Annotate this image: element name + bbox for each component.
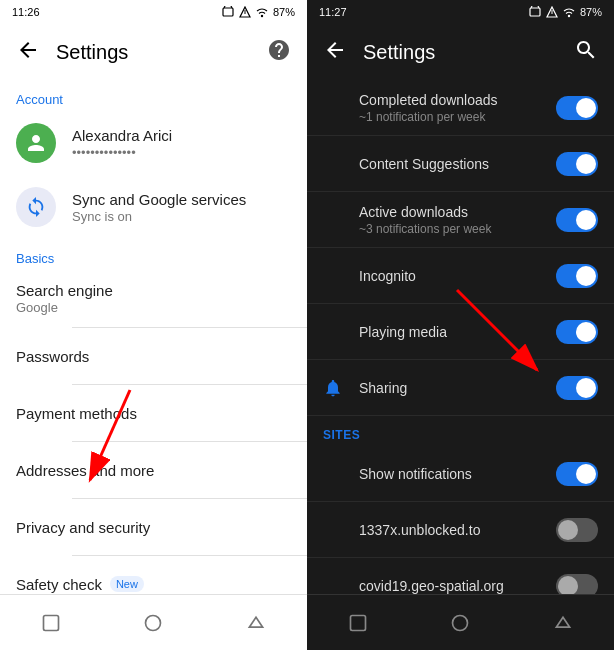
sync-title: Sync and Google services	[72, 191, 291, 208]
completed-downloads-text: Completed downloads ~1 notification per …	[359, 92, 556, 124]
sync-subtitle: Sync is on	[72, 209, 291, 224]
wifi-icon	[255, 6, 269, 18]
triangle-nav-icon-right[interactable]	[551, 611, 575, 635]
active-downloads-text: Active downloads ~3 notifications per we…	[359, 204, 556, 236]
svg-point-17	[453, 615, 468, 630]
safety-text: Safety check New	[16, 576, 291, 593]
addresses-text: Addresses and more	[16, 462, 291, 479]
passwords-item[interactable]: Passwords	[0, 328, 307, 384]
sharing-toggle[interactable]	[556, 376, 598, 400]
incognito-text: Incognito	[359, 268, 556, 284]
completed-downloads-toggle[interactable]	[556, 96, 598, 120]
completed-downloads-subtitle: ~1 notification per week	[359, 110, 556, 124]
top-bar-left: Settings	[0, 24, 307, 80]
account-text: Alexandra Arici ••••••••••••••	[72, 127, 291, 160]
privacy-title: Privacy and security	[16, 519, 291, 536]
right-panel: 11:27 87% Settings Completed downloads ~…	[307, 0, 614, 650]
safety-title: Safety check	[16, 576, 102, 593]
status-time-left: 11:26	[12, 6, 40, 18]
content-suggestions-text: Content Suggestions	[359, 156, 556, 172]
sharing-text: Sharing	[359, 380, 556, 396]
content-suggestions-toggle[interactable]	[556, 152, 598, 176]
show-notifications-toggle[interactable]	[556, 462, 598, 486]
basics-section-label: Basics	[0, 239, 307, 270]
privacy-item[interactable]: Privacy and security	[0, 499, 307, 555]
sync-item[interactable]: Sync and Google services Sync is on	[0, 175, 307, 239]
show-notifications-text: Show notifications	[359, 466, 556, 482]
completed-downloads-item[interactable]: Completed downloads ~1 notification per …	[307, 80, 614, 136]
search-engine-item[interactable]: Search engine Google	[0, 270, 307, 327]
sharing-item[interactable]: Sharing	[307, 360, 614, 416]
addresses-item[interactable]: Addresses and more	[0, 442, 307, 498]
bottom-nav-left	[0, 594, 307, 650]
addresses-title: Addresses and more	[16, 462, 291, 479]
help-button[interactable]	[267, 38, 291, 66]
safety-item[interactable]: Safety check New	[0, 556, 307, 594]
playing-media-text: Playing media	[359, 324, 556, 340]
status-time-right: 11:27	[319, 6, 347, 18]
circle-nav-icon-right[interactable]	[448, 611, 472, 635]
page-title-right: Settings	[363, 41, 558, 64]
alarm-icon	[221, 6, 235, 18]
triangle-nav-icon[interactable]	[244, 611, 268, 635]
site-covid19-toggle[interactable]	[556, 574, 598, 595]
battery-right: 87%	[580, 6, 602, 18]
svg-rect-10	[530, 8, 540, 16]
sites-section-label: SITES	[307, 416, 614, 446]
active-downloads-toggle[interactable]	[556, 208, 598, 232]
sharing-icon-area	[323, 378, 359, 398]
wifi-icon-r	[562, 6, 576, 18]
content-suggestions-title: Content Suggestions	[359, 156, 556, 172]
payment-item[interactable]: Payment methods	[0, 385, 307, 441]
svg-point-5	[261, 15, 263, 17]
site-covid19-item[interactable]: covid19.geo-spatial.org	[307, 558, 614, 594]
settings-content-left: Account Alexandra Arici •••••••••••••• S…	[0, 80, 307, 594]
status-icons-right: 87%	[528, 6, 602, 18]
settings-content-right: Completed downloads ~1 notification per …	[307, 80, 614, 594]
privacy-text: Privacy and security	[16, 519, 291, 536]
search-engine-text: Search engine Google	[16, 282, 291, 315]
site-covid19-title: covid19.geo-spatial.org	[359, 578, 556, 594]
account-email: ••••••••••••••	[72, 145, 291, 160]
playing-media-toggle[interactable]	[556, 320, 598, 344]
playing-media-item[interactable]: Playing media	[307, 304, 614, 360]
svg-rect-0	[223, 8, 233, 16]
passwords-text: Passwords	[16, 348, 291, 365]
signal-icon-r	[546, 6, 558, 18]
search-button-right[interactable]	[574, 38, 598, 66]
status-icons-left: 87%	[221, 6, 295, 18]
svg-point-7	[146, 615, 161, 630]
page-title-left: Settings	[56, 41, 128, 64]
active-downloads-item[interactable]: Active downloads ~3 notifications per we…	[307, 192, 614, 248]
active-downloads-title: Active downloads	[359, 204, 556, 220]
back-button-left[interactable]	[16, 38, 40, 66]
site-1337x-item[interactable]: 1337x.unblocked.to	[307, 502, 614, 558]
circle-nav-icon[interactable]	[141, 611, 165, 635]
new-badge: New	[110, 576, 144, 592]
incognito-title: Incognito	[359, 268, 556, 284]
incognito-item[interactable]: Incognito	[307, 248, 614, 304]
bottom-nav-right	[307, 594, 614, 650]
site-1337x-toggle[interactable]	[556, 518, 598, 542]
square-nav-icon[interactable]	[39, 611, 63, 635]
back-button-right[interactable]	[323, 38, 347, 66]
account-section-label: Account	[0, 80, 307, 111]
svg-rect-16	[351, 615, 366, 630]
account-name: Alexandra Arici	[72, 127, 291, 144]
playing-media-title: Playing media	[359, 324, 556, 340]
show-notifications-item[interactable]: Show notifications	[307, 446, 614, 502]
account-item[interactable]: Alexandra Arici ••••••••••••••	[0, 111, 307, 175]
content-suggestions-item[interactable]: Content Suggestions	[307, 136, 614, 192]
sharing-title: Sharing	[359, 380, 556, 396]
square-nav-icon-right[interactable]	[346, 611, 370, 635]
payment-text: Payment methods	[16, 405, 291, 422]
battery-left: 87%	[273, 6, 295, 18]
passwords-title: Passwords	[16, 348, 291, 365]
search-engine-subtitle: Google	[16, 300, 291, 315]
status-bar-right: 11:27 87%	[307, 0, 614, 24]
search-engine-title: Search engine	[16, 282, 291, 299]
incognito-toggle[interactable]	[556, 264, 598, 288]
svg-point-15	[568, 15, 570, 17]
site-1337x-title: 1337x.unblocked.to	[359, 522, 556, 538]
sync-icon	[16, 187, 56, 227]
